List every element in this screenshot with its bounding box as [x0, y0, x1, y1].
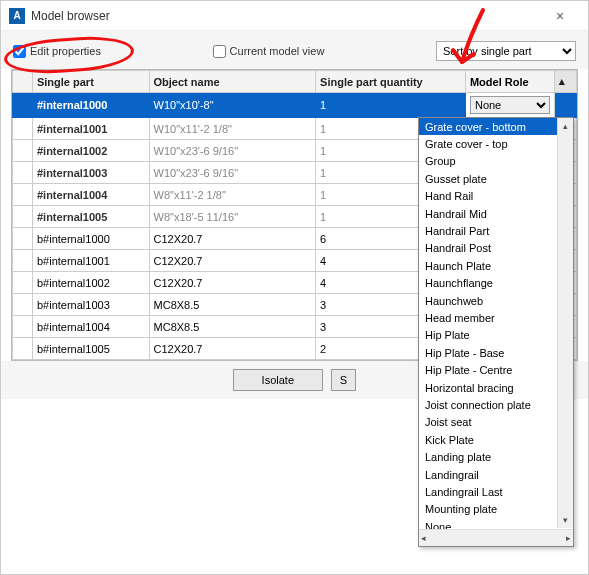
row-handle-header: [13, 71, 33, 93]
dropdown-item[interactable]: Landingrail: [419, 466, 573, 483]
row-handle[interactable]: [13, 118, 33, 140]
controls-bar: Edit properties Current model view Sort …: [1, 31, 588, 69]
row-handle[interactable]: [13, 206, 33, 228]
row-handle[interactable]: [13, 272, 33, 294]
cell-model-role[interactable]: None: [465, 93, 554, 118]
dropdown-item[interactable]: Head member: [419, 309, 573, 326]
dropdown-item[interactable]: Haunch Plate: [419, 257, 573, 274]
cell-single-part[interactable]: b#internal1002: [32, 272, 149, 294]
cell-single-part[interactable]: b#internal1000: [32, 228, 149, 250]
cell-object-name[interactable]: W10"x10'-8": [149, 93, 316, 118]
scroll-track[interactable]: [554, 93, 576, 118]
secondary-button[interactable]: S: [331, 369, 356, 391]
dropdown-item[interactable]: Hip Plate - Centre: [419, 361, 573, 378]
scroll-up-icon[interactable]: ▴: [558, 118, 573, 134]
dropdown-item[interactable]: Handrail Part: [419, 222, 573, 239]
titlebar: A Model browser ×: [1, 1, 588, 31]
dropdown-item[interactable]: Handrail Post: [419, 240, 573, 257]
dropdown-hscrollbar[interactable]: ◂ ▸: [419, 529, 573, 546]
dropdown-item[interactable]: Grate cover - top: [419, 135, 573, 152]
dropdown-item[interactable]: Landing plate: [419, 448, 573, 465]
dropdown-item[interactable]: Hip Plate: [419, 327, 573, 344]
dropdown-item[interactable]: Haunchflange: [419, 275, 573, 292]
cell-single-part[interactable]: #internal1001: [32, 118, 149, 140]
dropdown-item[interactable]: Hip Plate - Base: [419, 344, 573, 361]
cell-single-part[interactable]: b#internal1004: [32, 316, 149, 338]
dropdown-item[interactable]: Haunchweb: [419, 292, 573, 309]
edit-properties-label: Edit properties: [30, 45, 101, 57]
sort-by-select[interactable]: Sort by single part: [436, 41, 576, 61]
dropdown-item[interactable]: Handrail Mid: [419, 205, 573, 222]
cell-single-part[interactable]: #internal1005: [32, 206, 149, 228]
scroll-up-icon[interactable]: ▴: [554, 71, 576, 93]
dropdown-item[interactable]: None: [419, 518, 573, 529]
table-row[interactable]: #internal1000W10"x10'-8"1None: [13, 93, 577, 118]
dropdown-item[interactable]: Joist connection plate: [419, 396, 573, 413]
row-handle[interactable]: [13, 93, 33, 118]
cell-single-part[interactable]: #internal1004: [32, 184, 149, 206]
cell-object-name[interactable]: W10"x11'-2 1/8": [149, 118, 316, 140]
cell-quantity[interactable]: 1: [316, 93, 466, 118]
dropdown-item[interactable]: Hand Rail: [419, 188, 573, 205]
cell-object-name[interactable]: C12X20.7: [149, 338, 316, 360]
current-model-view-checkbox[interactable]: Current model view: [213, 45, 325, 58]
dropdown-item[interactable]: Group: [419, 153, 573, 170]
dropdown-item[interactable]: Mounting plate: [419, 501, 573, 518]
cell-object-name[interactable]: C12X20.7: [149, 228, 316, 250]
table-header-row: Single part Object name Single part quan…: [13, 71, 577, 93]
cell-object-name[interactable]: C12X20.7: [149, 272, 316, 294]
col-single-part[interactable]: Single part: [32, 71, 149, 93]
cell-single-part[interactable]: #internal1000: [32, 93, 149, 118]
dropdown-item[interactable]: Horizontal bracing: [419, 379, 573, 396]
window-title: Model browser: [31, 9, 540, 23]
cell-single-part[interactable]: #internal1003: [32, 162, 149, 184]
scroll-left-icon[interactable]: ◂: [421, 533, 426, 543]
scroll-down-icon[interactable]: ▾: [558, 512, 573, 528]
dropdown-item[interactable]: Kick Plate: [419, 431, 573, 448]
model-role-dropdown[interactable]: Grate cover - bottomGrate cover - topGro…: [418, 117, 574, 547]
cell-object-name[interactable]: W8"x11'-2 1/8": [149, 184, 316, 206]
cell-object-name[interactable]: W8"x18'-5 11/16": [149, 206, 316, 228]
row-handle[interactable]: [13, 228, 33, 250]
current-model-view-input[interactable]: [213, 45, 226, 58]
cell-object-name[interactable]: MC8X8.5: [149, 294, 316, 316]
cell-object-name[interactable]: W10"x23'-6 9/16": [149, 162, 316, 184]
row-handle[interactable]: [13, 338, 33, 360]
cell-object-name[interactable]: MC8X8.5: [149, 316, 316, 338]
cell-single-part[interactable]: b#internal1001: [32, 250, 149, 272]
row-handle[interactable]: [13, 184, 33, 206]
cell-object-name[interactable]: C12X20.7: [149, 250, 316, 272]
row-handle[interactable]: [13, 162, 33, 184]
dropdown-vscrollbar[interactable]: ▴ ▾: [557, 118, 573, 528]
col-model-role[interactable]: Model Role: [465, 71, 554, 93]
current-model-view-label: Current model view: [230, 45, 325, 57]
cell-object-name[interactable]: W10"x23'-6 9/16": [149, 140, 316, 162]
close-button[interactable]: ×: [540, 1, 580, 31]
dropdown-item[interactable]: Joist seat: [419, 414, 573, 431]
edit-properties-input[interactable]: [13, 45, 26, 58]
dropdown-item[interactable]: Landingrail Last: [419, 483, 573, 500]
dropdown-item[interactable]: Gusset plate: [419, 170, 573, 187]
cell-single-part[interactable]: b#internal1003: [32, 294, 149, 316]
row-handle[interactable]: [13, 250, 33, 272]
cell-single-part[interactable]: b#internal1005: [32, 338, 149, 360]
dropdown-item[interactable]: Grate cover - bottom: [419, 118, 573, 135]
row-handle[interactable]: [13, 140, 33, 162]
row-handle[interactable]: [13, 316, 33, 338]
cell-single-part[interactable]: #internal1002: [32, 140, 149, 162]
col-object-name[interactable]: Object name: [149, 71, 316, 93]
isolate-button[interactable]: Isolate: [233, 369, 323, 391]
scroll-right-icon[interactable]: ▸: [566, 533, 571, 543]
edit-properties-checkbox[interactable]: Edit properties: [13, 45, 101, 58]
row-handle[interactable]: [13, 294, 33, 316]
app-icon: A: [9, 8, 25, 24]
col-quantity[interactable]: Single part quantity: [316, 71, 466, 93]
model-role-select[interactable]: None: [470, 96, 550, 114]
